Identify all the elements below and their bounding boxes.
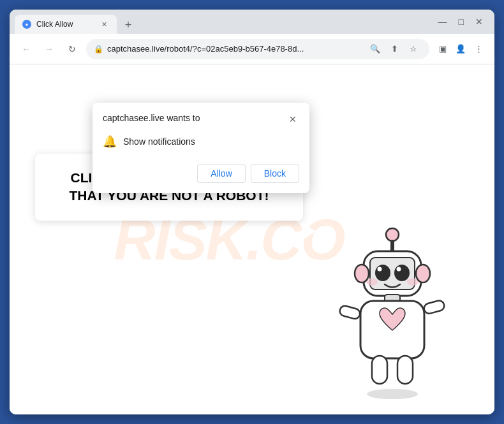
svg-point-0 <box>386 228 399 241</box>
popup-header: captchasee.live wants to ✕ <box>93 103 309 132</box>
url-text: captchasee.live/robot4/?c=02ac5eb9-b567-… <box>107 44 363 54</box>
svg-point-18 <box>367 389 418 399</box>
profile-icon[interactable]: 👤 <box>452 41 469 57</box>
window-controls: — □ ✕ <box>434 15 489 28</box>
reload-button[interactable]: ↻ <box>63 40 81 58</box>
popup-title: captchasee.live wants to <box>103 113 200 123</box>
svg-point-6 <box>378 267 382 272</box>
title-bar: ● Click Allow ✕ + — □ ✕ <box>10 10 494 34</box>
browser-window: ● Click Allow ✕ + — □ ✕ ← → ↻ 🔒 captchas… <box>10 10 494 414</box>
share-icon[interactable]: ⬆ <box>386 41 403 57</box>
forward-button[interactable]: → <box>40 40 58 58</box>
svg-rect-15 <box>423 300 445 315</box>
toolbar-icons: ▣ 👤 ⋮ <box>434 41 487 57</box>
svg-point-11 <box>416 265 430 282</box>
bookmark-icon[interactable]: ☆ <box>405 41 422 57</box>
svg-point-10 <box>355 265 369 282</box>
url-bar[interactable]: 🔒 captchasee.live/robot4/?c=02ac5eb9-b56… <box>86 39 429 59</box>
svg-point-5 <box>394 265 410 281</box>
url-right-icons: 🔍 ⬆ ☆ <box>367 41 422 57</box>
svg-rect-17 <box>397 356 413 384</box>
close-button[interactable]: ✕ <box>471 15 487 28</box>
lock-icon: 🔒 <box>94 45 103 54</box>
search-icon[interactable]: 🔍 <box>367 41 383 57</box>
svg-rect-16 <box>372 356 387 384</box>
back-button[interactable]: ← <box>17 40 35 58</box>
block-button[interactable]: Block <box>251 164 299 183</box>
speech-bubble-tail <box>302 223 316 240</box>
tab-favicon: ● <box>22 20 31 29</box>
tab-close-button[interactable]: ✕ <box>99 19 109 29</box>
notification-popup: captchasee.live wants to ✕ 🔔 Show notifi… <box>93 103 309 193</box>
menu-icon[interactable]: ⋮ <box>470 41 487 57</box>
popup-close-button[interactable]: ✕ <box>286 113 299 126</box>
tab-title: Click Allow <box>36 20 94 29</box>
popup-notification-row: 🔔 Show notifications <box>93 132 309 159</box>
svg-rect-14 <box>339 305 361 320</box>
robot-illustration <box>329 223 456 402</box>
tab-area: ● Click Allow ✕ + <box>15 10 434 34</box>
svg-point-7 <box>397 267 401 272</box>
sidebar-icon[interactable]: ▣ <box>434 41 451 57</box>
allow-button[interactable]: Allow <box>197 164 245 183</box>
popup-buttons: Allow Block <box>93 159 309 193</box>
browser-tab[interactable]: ● Click Allow ✕ <box>15 15 117 34</box>
maximize-button[interactable]: □ <box>455 15 468 28</box>
minimize-button[interactable]: — <box>434 15 451 28</box>
notification-text: Show notifications <box>123 136 195 147</box>
bell-icon: 🔔 <box>103 135 117 149</box>
svg-point-4 <box>375 265 390 281</box>
address-bar: ← → ↻ 🔒 captchasee.live/robot4/?c=02ac5e… <box>10 34 494 64</box>
new-tab-button[interactable]: + <box>119 16 137 34</box>
page-content: RISK.CO captchasee.live wants to ✕ 🔔 Sho… <box>10 64 494 414</box>
